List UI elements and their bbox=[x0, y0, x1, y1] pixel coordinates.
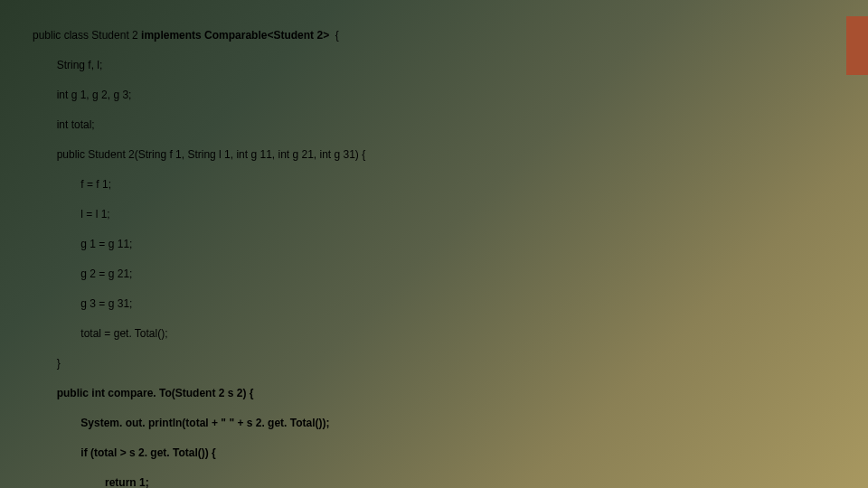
code-line: total = get. Total(); bbox=[33, 326, 365, 342]
code-line: int total; bbox=[33, 117, 365, 133]
code-block: public class Student 2 implements Compar… bbox=[33, 13, 365, 488]
code-line: return 1; bbox=[33, 475, 365, 489]
accent-bar bbox=[846, 16, 868, 75]
text: g 3 = g 31; bbox=[80, 297, 132, 310]
code-line: public int compare. To(Student 2 s 2) { bbox=[33, 386, 365, 401]
code-line: public Student 2(String f 1, String l 1,… bbox=[33, 147, 365, 163]
code-line: f = f 1; bbox=[33, 177, 365, 192]
code-line: System. out. println(total + " " + s 2. … bbox=[33, 416, 365, 431]
code-line: String f, l; bbox=[33, 58, 365, 73]
text: int g 1, g 2, g 3; bbox=[57, 89, 132, 101]
text-bold: implements Comparable<Student 2> bbox=[141, 29, 332, 42]
text-bold: System. out. println(total + " " + s 2. … bbox=[80, 417, 329, 429]
text-bold: if (total > s 2. get. Total()) { bbox=[80, 446, 215, 459]
text: public Student 2(String f 1, String l 1,… bbox=[57, 148, 366, 161]
text-bold: return 1; bbox=[105, 476, 149, 489]
code-line: } bbox=[33, 356, 365, 371]
text: public class Student 2 bbox=[33, 29, 141, 42]
text: } bbox=[57, 357, 61, 370]
text-bold: public int compare. To(Student 2 s 2) { bbox=[57, 387, 254, 399]
text: g 1 = g 11; bbox=[80, 238, 132, 250]
code-line: if (total > s 2. get. Total()) { bbox=[33, 446, 365, 461]
text: int total; bbox=[57, 118, 95, 131]
code-line: int g 1, g 2, g 3; bbox=[33, 88, 365, 103]
text: { bbox=[332, 29, 338, 42]
code-line: g 2 = g 21; bbox=[33, 267, 365, 282]
text: total = get. Total(); bbox=[80, 327, 167, 340]
text: f = f 1; bbox=[80, 178, 111, 191]
text: g 2 = g 21; bbox=[80, 267, 132, 280]
code-line: public class Student 2 implements Compar… bbox=[33, 28, 365, 43]
code-line: l = l 1; bbox=[33, 207, 365, 222]
text: String f, l; bbox=[57, 59, 103, 71]
code-line: g 1 = g 11; bbox=[33, 237, 365, 252]
text: l = l 1; bbox=[80, 208, 109, 221]
code-line: g 3 = g 31; bbox=[33, 296, 365, 312]
